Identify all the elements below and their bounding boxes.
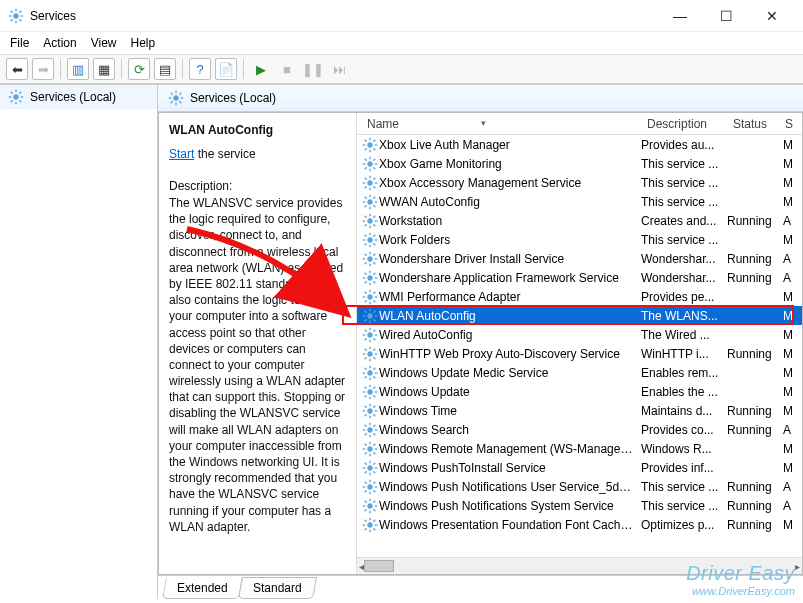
menu-help[interactable]: Help	[131, 36, 156, 50]
cell-startup: M	[783, 385, 795, 399]
help-topics-button[interactable]: 📄	[215, 58, 237, 80]
maximize-button[interactable]: ☐	[703, 1, 749, 31]
service-gear-icon	[361, 156, 379, 172]
close-button[interactable]: ✕	[749, 1, 795, 31]
menu-bar: File Action View Help	[0, 32, 803, 55]
menu-file[interactable]: File	[10, 36, 29, 50]
svg-point-9	[13, 94, 18, 99]
table-row[interactable]: Wondershare Driver Install ServiceWonder…	[357, 249, 802, 268]
gear-icon	[168, 90, 184, 106]
menu-view[interactable]: View	[91, 36, 117, 50]
tree-node-services-local[interactable]: Services (Local)	[0, 85, 157, 109]
table-row[interactable]: Windows SearchProvides co...RunningA	[357, 420, 802, 439]
column-header-name[interactable]: Name ▾	[361, 115, 641, 133]
stop-service-button[interactable]: ■	[276, 58, 298, 80]
table-row[interactable]: Windows Push Notifications System Servic…	[357, 496, 802, 515]
table-row[interactable]: WWAN AutoConfigThis service ...M	[357, 192, 802, 211]
table-row[interactable]: Windows Presentation Foundation Font Cac…	[357, 515, 802, 534]
table-row[interactable]: Windows Push Notifications User Service_…	[357, 477, 802, 496]
svg-line-152	[373, 386, 375, 388]
cell-startup: M	[783, 366, 795, 380]
column-header-startup[interactable]: S	[783, 115, 797, 133]
table-row[interactable]: Wired AutoConfigThe Wired ...M	[357, 325, 802, 344]
cell-status: Running	[727, 347, 783, 361]
cell-description: This service ...	[641, 176, 727, 190]
svg-line-61	[365, 205, 367, 207]
svg-line-23	[171, 93, 173, 95]
menu-action[interactable]: Action	[43, 36, 76, 50]
cell-description: Optimizes p...	[641, 518, 727, 532]
svg-line-86	[365, 253, 367, 255]
cell-name: Work Folders	[379, 233, 641, 247]
table-row[interactable]: WLAN AutoConfigThe WLANS...M	[357, 306, 802, 325]
svg-line-141	[373, 376, 375, 378]
table-row[interactable]: Windows UpdateEnables the ...M	[357, 382, 802, 401]
column-header-status[interactable]: Status	[727, 115, 783, 133]
svg-point-99	[367, 294, 372, 299]
cell-description: Provides au...	[641, 138, 727, 152]
cell-name: Wondershare Application Framework Servic…	[379, 271, 641, 285]
table-row[interactable]: Windows TimeMaintains d...RunningM	[357, 401, 802, 420]
cell-startup: M	[783, 442, 795, 456]
service-gear-icon	[361, 441, 379, 457]
svg-line-142	[365, 376, 367, 378]
svg-point-108	[367, 313, 372, 318]
table-row[interactable]: WinHTTP Web Proxy Auto-Discovery Service…	[357, 344, 802, 363]
navigation-tree: Services (Local)	[0, 85, 158, 599]
cell-startup: A	[783, 214, 795, 228]
cell-description: Enables rem...	[641, 366, 727, 380]
nav-forward-button[interactable]: ➡	[32, 58, 54, 80]
table-row[interactable]: Wondershare Application Framework Servic…	[357, 268, 802, 287]
svg-line-98	[373, 272, 375, 274]
table-row[interactable]: Windows Update Medic ServiceEnables rem.…	[357, 363, 802, 382]
cell-description: This service ...	[641, 499, 727, 513]
svg-line-167	[365, 424, 367, 426]
tab-extended[interactable]: Extended	[162, 577, 243, 599]
svg-line-187	[365, 471, 367, 473]
column-header-description[interactable]: Description	[641, 115, 727, 133]
cell-name: WMI Performance Adapter	[379, 290, 641, 304]
table-row[interactable]: Xbox Live Auth ManagerProvides au...M	[357, 135, 802, 154]
cell-name: Windows Presentation Foundation Font Cac…	[379, 518, 641, 532]
svg-point-0	[13, 13, 18, 18]
svg-line-134	[373, 348, 375, 350]
service-gear-icon	[361, 289, 379, 305]
svg-line-170	[373, 424, 375, 426]
cell-status: Running	[727, 518, 783, 532]
minimize-button[interactable]: —	[657, 1, 703, 31]
nav-back-button[interactable]: ⬅	[6, 58, 28, 80]
cell-status: Running	[727, 480, 783, 494]
table-row[interactable]: Work FoldersThis service ...M	[357, 230, 802, 249]
tab-standard[interactable]: Standard	[238, 577, 317, 599]
scroll-thumb[interactable]	[364, 560, 394, 572]
refresh-button[interactable]: ⟳	[128, 58, 150, 80]
start-service-link[interactable]: Start	[169, 147, 194, 161]
cell-name: Windows Push Notifications System Servic…	[379, 499, 641, 513]
cell-description: Provides pe...	[641, 290, 727, 304]
table-row[interactable]: Xbox Game MonitoringThis service ...M	[357, 154, 802, 173]
table-row[interactable]: WMI Performance AdapterProvides pe...M	[357, 287, 802, 306]
svg-line-15	[19, 100, 21, 102]
svg-line-88	[365, 262, 367, 264]
properties-button[interactable]: ▦	[93, 58, 115, 80]
scroll-right-icon[interactable]: ▸	[795, 561, 800, 572]
horizontal-scrollbar[interactable]: ◂ ▸	[357, 557, 802, 574]
svg-line-95	[365, 272, 367, 274]
start-service-button[interactable]: ▶	[250, 58, 272, 80]
svg-point-207	[367, 522, 372, 527]
pause-service-button[interactable]: ❚❚	[302, 58, 324, 80]
table-row[interactable]: Xbox Accessory Management ServiceThis se…	[357, 173, 802, 192]
service-info-panel: WLAN AutoConfig Start the service Descri…	[159, 113, 357, 574]
show-hide-tree-button[interactable]: ▥	[67, 58, 89, 80]
table-row[interactable]: Windows PushToInstall ServiceProvides in…	[357, 458, 802, 477]
svg-line-132	[373, 357, 375, 359]
svg-point-135	[367, 370, 372, 375]
svg-point-171	[367, 446, 372, 451]
restart-service-button[interactable]: ⏭	[328, 58, 350, 80]
export-list-button[interactable]: ▤	[154, 58, 176, 80]
table-row[interactable]: Windows Remote Management (WS-Manageme..…	[357, 439, 802, 458]
help-button[interactable]: ?	[189, 58, 211, 80]
svg-line-96	[373, 281, 375, 283]
toolbar-separator	[182, 59, 183, 79]
table-row[interactable]: WorkstationCreates and...RunningA	[357, 211, 802, 230]
